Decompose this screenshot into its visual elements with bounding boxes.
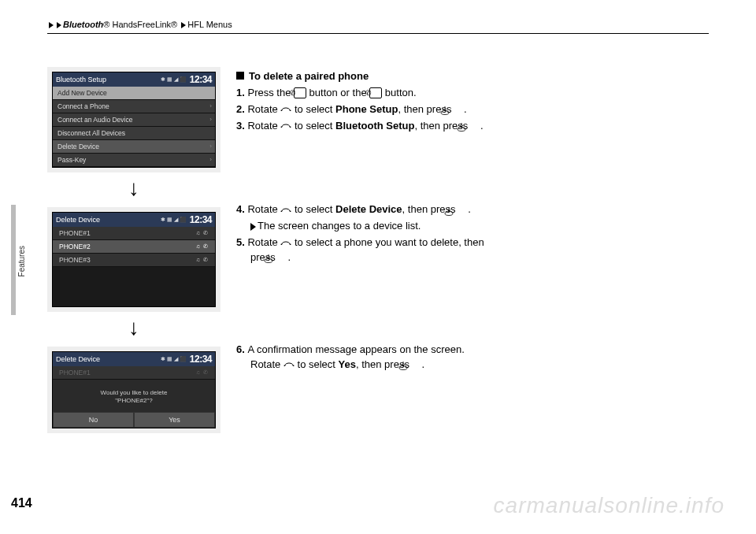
phone-row[interactable]: PHONE#1♫ ✆: [53, 227, 215, 240]
side-accent: [11, 205, 16, 315]
step-2: 2. Rotate to select Phone Setup, then pr…: [236, 102, 488, 117]
yes-button[interactable]: Yes: [134, 412, 215, 428]
header-divider: [47, 33, 709, 34]
svg-point-3: [265, 259, 272, 263]
section-marker-icon: [236, 72, 244, 80]
menu-item[interactable]: Connect an Audio Device›: [53, 113, 215, 127]
media-phone-icons: ♫ ✆: [196, 243, 209, 250]
svg-point-1: [458, 128, 465, 132]
step-4: 4. Rotate to select Delete Device, then …: [236, 202, 488, 217]
menu-item[interactable]: Pass-Key›: [53, 154, 215, 167]
menu-item[interactable]: Disconnect All Devices: [53, 127, 215, 140]
media-phone-icons: ♫ ✆: [196, 257, 209, 263]
instruction-column: To delete a paired phone 1. Press the ✆ …: [236, 69, 488, 373]
chevron-right-icon: [49, 22, 54, 28]
clock: 12:34: [190, 354, 212, 365]
phone-row-dim: PHONE#1♫ ✆: [53, 366, 215, 380]
media-phone-icons: ♫ ✆: [196, 230, 209, 236]
press-dial-icon: [458, 206, 468, 215]
clock: 12:34: [190, 214, 212, 225]
phone-pickup-button-icon: ✆: [369, 87, 382, 98]
rotate-dial-icon: [280, 206, 291, 214]
step-1: 1. Press the ✆ button or the ✆ button.: [236, 86, 488, 101]
breadcrumb: Bluetooth® HandsFreeLink® HFL Menus: [47, 20, 709, 29]
section-tab: Features: [17, 246, 26, 276]
phone-row[interactable]: PHONE#3♫ ✆: [53, 254, 215, 267]
arrow-down-icon: ↓: [47, 317, 220, 339]
step-3: 3. Rotate to select Bluetooth Setup, the…: [236, 119, 488, 134]
phone-row-selected[interactable]: PHONE#2♫ ✆: [53, 240, 215, 254]
triangle-bullet-icon: [250, 223, 256, 231]
press-dial-icon: [454, 105, 464, 114]
chevron-right-icon: [181, 22, 186, 28]
svg-point-2: [445, 211, 453, 215]
screen-bluetooth-setup: Bluetooth Setup ✱ ▦ ◢ ⬛ 12:34 Add New De…: [47, 67, 220, 172]
step-4-note: The screen changes to a device list.: [236, 219, 488, 234]
section-heading: To delete a paired phone: [249, 70, 369, 82]
status-icons: ✱ ▦ ◢ ⬛: [161, 217, 187, 223]
rotate-dial-icon: [280, 122, 291, 130]
menu-item-selected[interactable]: Delete Device›: [53, 140, 215, 154]
chevron-right-icon: [57, 22, 61, 28]
screen-title: Delete Device: [56, 216, 100, 224]
status-icons: ✱ ▦ ◢ ⬛: [161, 76, 187, 83]
page-number: 414: [11, 496, 32, 510]
svg-point-0: [441, 111, 449, 115]
no-button[interactable]: No: [53, 412, 134, 428]
step-6: 6. A confirmation message appears on the…: [236, 343, 488, 373]
press-dial-icon: [278, 253, 287, 262]
screen-delete-confirm: Delete Device ✱ ▦ ◢ ⬛ 12:34 PHONE#1♫ ✆ W…: [47, 347, 220, 433]
media-phone-icons: ♫ ✆: [196, 369, 209, 376]
screen-title: Delete Device: [56, 355, 100, 363]
svg-point-4: [399, 366, 407, 370]
rotate-dial-icon: [284, 361, 295, 369]
menu-item[interactable]: Add New Device: [53, 87, 215, 100]
press-dial-icon: [413, 360, 422, 369]
press-dial-icon: [471, 121, 480, 131]
watermark: carmanualsonline.info: [494, 493, 724, 518]
phone-hangup-button-icon: ✆: [294, 87, 306, 98]
menu-item[interactable]: Connect a Phone›: [53, 100, 215, 113]
screenshot-column: Bluetooth Setup ✱ ▦ ◢ ⬛ 12:34 Add New De…: [47, 67, 220, 436]
confirm-message: Would you like to delete"PHONE#2"?: [53, 389, 215, 412]
clock: 12:34: [190, 74, 212, 85]
step-5: 5. Rotate to select a phone you want to …: [236, 235, 488, 265]
rotate-dial-icon: [280, 106, 291, 113]
rotate-dial-icon: [280, 239, 291, 247]
status-icons: ✱ ▦ ◢ ⬛: [161, 356, 187, 362]
screen-delete-device-list: Delete Device ✱ ▦ ◢ ⬛ 12:34 PHONE#1♫ ✆ P…: [47, 207, 220, 312]
screen-title: Bluetooth Setup: [56, 76, 106, 83]
arrow-down-icon: ↓: [47, 177, 220, 199]
